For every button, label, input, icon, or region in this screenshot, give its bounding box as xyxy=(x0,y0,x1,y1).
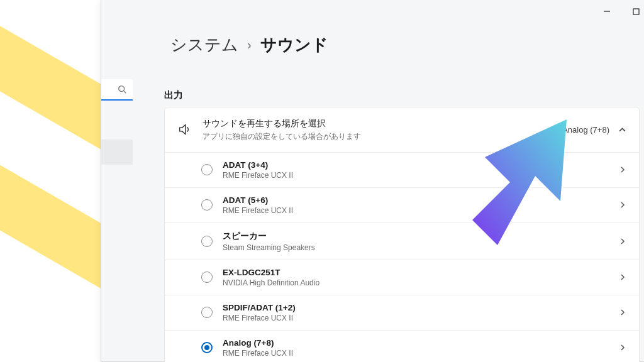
output-device-header[interactable]: サウンドを再生する場所を選択 アプリに独自の設定をしている場合があります Ana… xyxy=(165,107,639,153)
output-header-text: サウンドを再生する場所を選択 アプリに独自の設定をしている場合があります xyxy=(203,118,551,142)
output-section-label: 出力 xyxy=(164,89,183,101)
settings-window: システム › サウンド 出力 サウンドを再生する場所を選択 アプリに独自の設定を… xyxy=(101,0,644,362)
device-text: SPDIF/ADAT (1+2) RME Fireface UCX II xyxy=(223,303,609,322)
device-name: ADAT (5+6) xyxy=(223,195,609,205)
device-row[interactable]: スピーカー Steam Streaming Speakers xyxy=(165,223,639,260)
chevron-right-icon[interactable] xyxy=(619,273,626,281)
chevron-right-icon[interactable] xyxy=(619,201,626,209)
selected-output-label: Analog (7+8) xyxy=(562,125,609,134)
output-header-subtitle: アプリに独自の設定をしている場合があります xyxy=(203,131,551,142)
svg-line-5 xyxy=(124,91,126,94)
radio-button[interactable] xyxy=(201,164,213,175)
device-text: スピーカー Steam Streaming Speakers xyxy=(223,231,609,252)
radio-button[interactable] xyxy=(201,272,213,283)
breadcrumb-parent[interactable]: システム xyxy=(170,34,238,56)
svg-rect-1 xyxy=(633,9,639,14)
device-row[interactable]: ADAT (3+4) RME Fireface UCX II xyxy=(165,153,639,188)
chevron-right-icon[interactable] xyxy=(619,344,626,351)
chevron-right-icon: › xyxy=(247,38,252,52)
device-desc: RME Fireface UCX II xyxy=(223,349,609,358)
breadcrumb: システム › サウンド xyxy=(170,34,328,56)
device-text: ADAT (5+6) RME Fireface UCX II xyxy=(223,195,609,215)
device-name: EX-LDGC251T xyxy=(223,268,609,277)
radio-button[interactable] xyxy=(201,342,213,353)
window-titlebar xyxy=(592,0,644,23)
breadcrumb-current: サウンド xyxy=(260,34,328,56)
chevron-right-icon[interactable] xyxy=(619,238,626,245)
chevron-up-icon xyxy=(618,126,626,134)
minimize-button[interactable] xyxy=(592,0,621,23)
device-row[interactable]: EX-LDGC251T NVIDIA High Definition Audio xyxy=(165,260,639,295)
device-desc: RME Fireface UCX II xyxy=(223,206,609,215)
device-name: スピーカー xyxy=(223,231,609,242)
device-text: EX-LDGC251T NVIDIA High Definition Audio xyxy=(223,268,609,287)
radio-button[interactable] xyxy=(201,307,213,318)
output-header-title: サウンドを再生する場所を選択 xyxy=(203,118,551,130)
device-desc: RME Fireface UCX II xyxy=(223,314,609,322)
maximize-button[interactable] xyxy=(621,0,644,23)
chevron-right-icon[interactable] xyxy=(619,166,626,173)
device-row[interactable]: SPDIF/ADAT (1+2) RME Fireface UCX II xyxy=(165,295,639,331)
search-input[interactable] xyxy=(101,79,133,101)
device-name: SPDIF/ADAT (1+2) xyxy=(223,303,609,312)
radio-button[interactable] xyxy=(201,199,213,211)
device-row[interactable]: Analog (7+8) RME Fireface UCX II xyxy=(165,331,639,362)
output-device-card: サウンドを再生する場所を選択 アプリに独自の設定をしている場合があります Ana… xyxy=(164,107,640,362)
chevron-right-icon[interactable] xyxy=(619,309,626,316)
svg-point-4 xyxy=(119,86,125,92)
device-desc: RME Fireface UCX II xyxy=(223,171,609,180)
device-row[interactable]: ADAT (5+6) RME Fireface UCX II xyxy=(165,188,639,223)
device-name: Analog (7+8) xyxy=(223,338,609,348)
device-text: Analog (7+8) RME Fireface UCX II xyxy=(223,338,609,358)
radio-button[interactable] xyxy=(201,236,213,247)
sidebar xyxy=(101,79,133,362)
device-desc: Steam Streaming Speakers xyxy=(223,243,609,252)
sidebar-item-selected[interactable] xyxy=(101,140,133,165)
search-icon xyxy=(118,85,126,94)
device-text: ADAT (3+4) RME Fireface UCX II xyxy=(223,160,609,180)
device-desc: NVIDIA High Definition Audio xyxy=(223,278,609,287)
speaker-icon xyxy=(177,123,191,136)
device-name: ADAT (3+4) xyxy=(223,160,609,170)
